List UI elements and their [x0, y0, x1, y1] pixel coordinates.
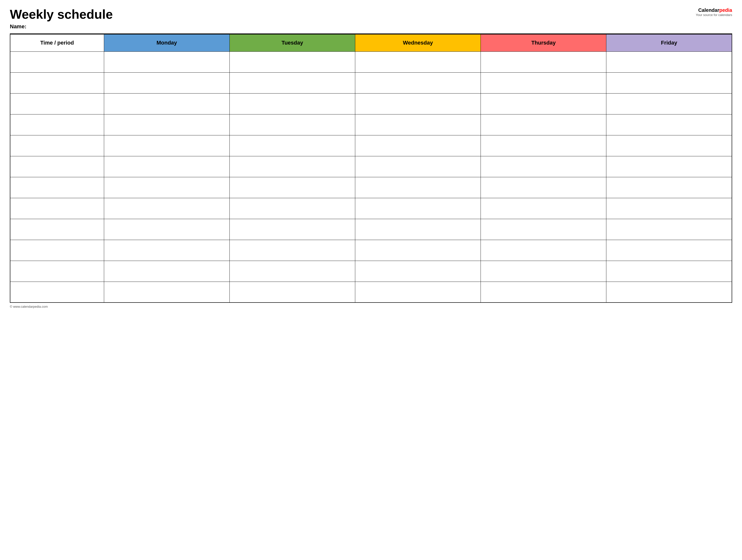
table-row — [10, 282, 732, 302]
table-cell[interactable] — [104, 51, 229, 72]
table-header-row: Time / period Monday Tuesday Wednesday T… — [10, 34, 732, 51]
table-cell[interactable] — [104, 240, 229, 261]
table-cell[interactable] — [229, 261, 355, 282]
page-title: Weekly schedule — [10, 7, 696, 21]
table-row — [10, 156, 732, 177]
table-cell[interactable] — [606, 135, 732, 156]
table-cell[interactable] — [355, 198, 481, 219]
table-cell[interactable] — [355, 72, 481, 93]
logo-brand: Calendarpedia — [696, 7, 732, 13]
table-cell[interactable] — [10, 177, 104, 198]
table-cell[interactable] — [10, 51, 104, 72]
table-row — [10, 261, 732, 282]
table-cell[interactable] — [229, 198, 355, 219]
table-body — [10, 51, 732, 302]
table-cell[interactable] — [104, 72, 229, 93]
table-cell[interactable] — [481, 177, 606, 198]
table-cell[interactable] — [606, 219, 732, 240]
table-cell[interactable] — [606, 51, 732, 72]
table-cell[interactable] — [606, 72, 732, 93]
table-cell[interactable] — [606, 156, 732, 177]
table-cell[interactable] — [10, 93, 104, 114]
table-cell[interactable] — [355, 261, 481, 282]
table-cell[interactable] — [104, 282, 229, 302]
table-cell[interactable] — [481, 261, 606, 282]
table-cell[interactable] — [229, 114, 355, 135]
table-cell[interactable] — [355, 177, 481, 198]
table-cell[interactable] — [355, 114, 481, 135]
table-cell[interactable] — [229, 135, 355, 156]
table-cell[interactable] — [481, 198, 606, 219]
table-cell[interactable] — [606, 240, 732, 261]
table-cell[interactable] — [481, 156, 606, 177]
table-row — [10, 198, 732, 219]
table-row — [10, 240, 732, 261]
logo-area: Calendarpedia Your source for calendars — [696, 7, 732, 17]
table-cell[interactable] — [10, 261, 104, 282]
table-cell[interactable] — [10, 219, 104, 240]
table-cell[interactable] — [481, 135, 606, 156]
table-cell[interactable] — [104, 93, 229, 114]
table-cell[interactable] — [606, 198, 732, 219]
table-cell[interactable] — [355, 156, 481, 177]
table-cell[interactable] — [606, 282, 732, 302]
table-cell[interactable] — [481, 219, 606, 240]
table-cell[interactable] — [355, 135, 481, 156]
table-cell[interactable] — [229, 177, 355, 198]
table-cell[interactable] — [10, 282, 104, 302]
table-cell[interactable] — [104, 198, 229, 219]
table-cell[interactable] — [104, 219, 229, 240]
table-cell[interactable] — [355, 282, 481, 302]
table-cell[interactable] — [10, 135, 104, 156]
table-row — [10, 72, 732, 93]
table-cell[interactable] — [606, 93, 732, 114]
col-tuesday: Tuesday — [229, 34, 355, 51]
table-cell[interactable] — [355, 219, 481, 240]
col-wednesday: Wednesday — [355, 34, 481, 51]
table-cell[interactable] — [355, 51, 481, 72]
table-cell[interactable] — [104, 135, 229, 156]
table-row — [10, 135, 732, 156]
table-cell[interactable] — [481, 93, 606, 114]
table-row — [10, 219, 732, 240]
col-thursday: Thursday — [481, 34, 606, 51]
logo-subtitle: Your source for calendars — [696, 13, 732, 17]
page-header: Weekly schedule Name: Calendarpedia Your… — [10, 7, 732, 30]
table-cell[interactable] — [481, 240, 606, 261]
table-cell[interactable] — [606, 114, 732, 135]
table-cell[interactable] — [229, 282, 355, 302]
table-cell[interactable] — [10, 198, 104, 219]
footer-copyright: © www.calendarpedia.com — [10, 305, 732, 309]
table-cell[interactable] — [355, 93, 481, 114]
table-cell[interactable] — [606, 177, 732, 198]
table-cell[interactable] — [229, 240, 355, 261]
logo-calendar: Calendar — [698, 7, 719, 13]
table-cell[interactable] — [481, 72, 606, 93]
col-friday: Friday — [606, 34, 732, 51]
table-cell[interactable] — [10, 240, 104, 261]
table-cell[interactable] — [104, 114, 229, 135]
table-cell[interactable] — [481, 282, 606, 302]
table-cell[interactable] — [229, 219, 355, 240]
table-cell[interactable] — [355, 240, 481, 261]
table-row — [10, 93, 732, 114]
table-cell[interactable] — [104, 177, 229, 198]
table-cell[interactable] — [10, 114, 104, 135]
table-cell[interactable] — [229, 51, 355, 72]
col-time: Time / period — [10, 34, 104, 51]
col-monday: Monday — [104, 34, 229, 51]
table-cell[interactable] — [10, 72, 104, 93]
table-cell[interactable] — [10, 156, 104, 177]
title-area: Weekly schedule Name: — [10, 7, 696, 30]
table-cell[interactable] — [104, 261, 229, 282]
table-cell[interactable] — [229, 93, 355, 114]
table-cell[interactable] — [229, 156, 355, 177]
logo-pedia: pedia — [719, 7, 732, 13]
name-label: Name: — [10, 23, 696, 30]
table-cell[interactable] — [481, 51, 606, 72]
table-cell[interactable] — [104, 156, 229, 177]
table-cell[interactable] — [229, 72, 355, 93]
table-cell[interactable] — [606, 261, 732, 282]
schedule-table: Time / period Monday Tuesday Wednesday T… — [10, 34, 732, 303]
table-cell[interactable] — [481, 114, 606, 135]
